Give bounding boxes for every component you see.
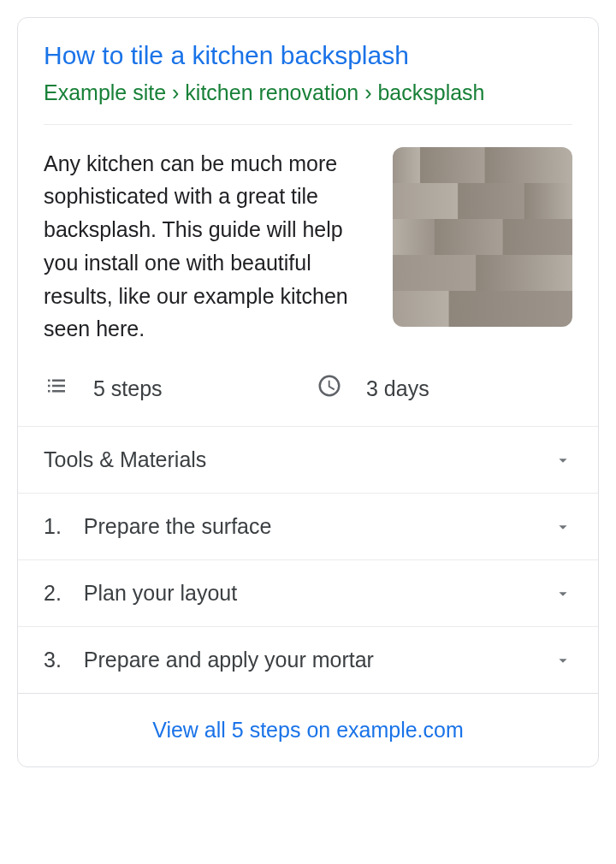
accordion-step-1[interactable]: 1. Prepare the surface (18, 494, 598, 560)
result-title[interactable]: How to tile a kitchen backsplash (44, 38, 572, 72)
card-footer: View all 5 steps on example.com (18, 694, 598, 766)
duration-meta: 3 days (317, 373, 572, 404)
accordion-tools-materials[interactable]: Tools & Materials (18, 427, 598, 494)
step-label: Prepare the surface (84, 514, 272, 539)
step-number: 2. (44, 581, 62, 606)
chevron-down-icon (554, 451, 572, 470)
search-result-card: How to tile a kitchen backsplash Example… (17, 17, 599, 767)
list-icon (44, 373, 69, 404)
view-all-link[interactable]: View all 5 steps on example.com (152, 718, 464, 742)
chevron-down-icon (554, 651, 572, 670)
step-label: Plan your layout (84, 581, 237, 606)
chevron-down-icon (554, 518, 572, 536)
description-text: Any kitchen can be much more sophisticat… (44, 147, 372, 346)
accordion-step-2[interactable]: 2. Plan your layout (18, 560, 598, 627)
thumbnail-image[interactable] (393, 147, 572, 327)
steps-label: 5 steps (93, 376, 163, 401)
accordion-label: Tools & Materials (44, 447, 206, 472)
description-row: Any kitchen can be much more sophisticat… (18, 125, 598, 364)
accordion: Tools & Materials 1. Prepare the surface… (18, 426, 598, 694)
chevron-down-icon (554, 584, 572, 603)
step-label: Prepare and apply your mortar (84, 648, 374, 672)
step-number: 1. (44, 514, 62, 539)
card-header: How to tile a kitchen backsplash Example… (18, 18, 598, 124)
steps-meta: 5 steps (44, 373, 299, 404)
meta-row: 5 steps 3 days (18, 363, 598, 426)
duration-label: 3 days (366, 376, 429, 401)
breadcrumb[interactable]: Example site › kitchen renovation › back… (44, 79, 572, 107)
step-number: 3. (44, 648, 62, 672)
accordion-step-3[interactable]: 3. Prepare and apply your mortar (18, 627, 598, 694)
clock-icon (317, 373, 342, 404)
